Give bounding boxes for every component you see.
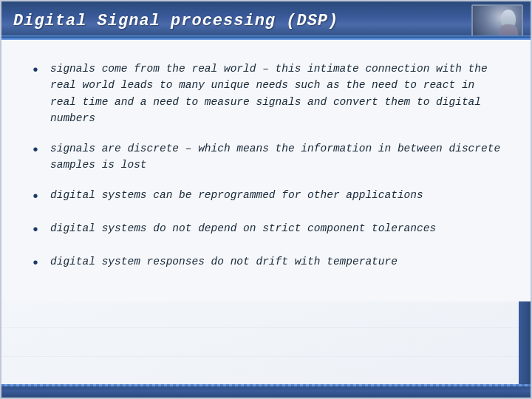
header-bar: Digital Signal processing (DSP) [1,1,531,40]
bullet-list: • signals come from the real world – thi… [31,61,501,273]
bullet-text-2: signals are discrete – which means the i… [50,140,501,174]
bullet-dot-5: • [31,254,40,273]
slide-title: Digital Signal processing (DSP) [13,12,338,30]
list-item: • digital system responses do not drift … [31,253,501,273]
bullet-dot-3: • [31,188,40,207]
bullet-text-5: digital system responses do not drift wi… [50,253,398,270]
bullet-dot-2: • [31,141,40,160]
bullet-text-4: digital systems do not depend on strict … [50,220,436,236]
list-item: • digital systems do not depend on stric… [31,220,501,240]
bullet-text-3: digital systems can be reprogrammed for … [50,187,423,203]
footer-bar [1,384,531,398]
list-item: • signals are discrete – which means the… [31,140,501,174]
main-content: • signals come from the real world – thi… [1,40,531,301]
list-item: • digital systems can be reprogrammed fo… [31,187,501,207]
slide: Digital Signal processing (DSP) • signal… [0,0,532,399]
bullet-dot-4: • [31,221,40,240]
list-item: • signals come from the real world – thi… [31,61,501,127]
bullet-dot-1: • [31,61,40,81]
bullet-text-1: signals come from the real world – this … [50,61,501,127]
